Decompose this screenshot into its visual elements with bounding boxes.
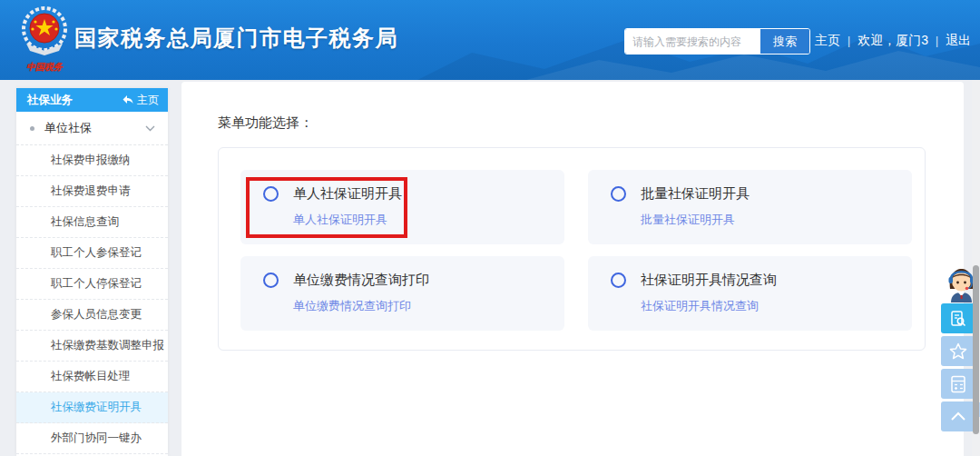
sidebar-item[interactable]: 社保费帐目处理: [16, 362, 168, 392]
bullet-icon: [30, 126, 34, 131]
sidebar-item[interactable]: 社保费退费申请: [16, 176, 168, 207]
header-bar: 中国税务 国家税务总局厦门市电子税务局 搜索 主页 | 欢迎，厦门3 | 退出: [0, 0, 980, 80]
sidebar-item[interactable]: 社保缴费基数调整申报: [16, 331, 168, 362]
favorite-star-button[interactable]: [941, 336, 975, 366]
card-title: 批量社保证明开具: [641, 185, 750, 203]
home-link[interactable]: 主页: [815, 33, 840, 49]
sidebar-item[interactable]: 职工个人参保登记: [16, 238, 168, 269]
radio-button-icon[interactable]: [263, 273, 279, 288]
sidebar-home-link[interactable]: 主页: [122, 93, 159, 108]
nav-separator: |: [936, 35, 938, 47]
sidebar-home-label: 主页: [137, 93, 159, 108]
sidebar-item[interactable]: 社保信息查询: [16, 207, 168, 238]
menu-function-select-label: 菜单功能选择：: [218, 114, 313, 132]
document-search-button[interactable]: [941, 303, 975, 333]
card-unit-payment-query-print[interactable]: 单位缴费情况查询打印 单位缴费情况查询打印: [240, 256, 564, 331]
sidebar-item[interactable]: 社保费申报缴纳: [16, 145, 168, 176]
search-input[interactable]: [625, 29, 760, 54]
card-link[interactable]: 社保证明开具情况查询: [641, 298, 759, 314]
card-link[interactable]: 单位缴费情况查询打印: [293, 298, 411, 314]
chevron-down-icon: [145, 125, 155, 132]
calculator-icon: [950, 375, 966, 393]
radio-button-icon[interactable]: [611, 186, 626, 202]
welcome-user-link[interactable]: 欢迎，厦门3: [858, 33, 928, 49]
radio-button-icon[interactable]: [263, 186, 279, 202]
card-link[interactable]: 单人社保证明开具: [293, 212, 387, 228]
sidebar-social-insurance: 社保业务 主页 单位社保 社保费申报缴纳 社保费退费申请 社保信息查询 职工个人…: [16, 88, 168, 456]
header-search: 搜索: [624, 28, 810, 55]
sidebar-parent-label: 单位社保: [44, 120, 145, 136]
radio-button-icon[interactable]: [611, 273, 626, 288]
floating-toolbar: [941, 303, 975, 431]
tax-bureau-logo: 中国税务: [17, 5, 72, 74]
card-certificate-issue-status-query[interactable]: 社保证明开具情况查询 社保证明开具情况查询: [588, 256, 912, 331]
logout-link[interactable]: 退出: [946, 33, 971, 49]
page-scrollbar-thumb[interactable]: [973, 265, 979, 434]
nav-separator: |: [848, 35, 850, 47]
sidebar-title: 社保业务: [27, 93, 73, 108]
reply-arrow-icon: [122, 95, 133, 104]
page-title: 国家税务总局厦门市电子税务局: [74, 24, 398, 53]
star-icon: [949, 342, 967, 361]
sidebar-item-active[interactable]: 社保缴费证明开具: [16, 392, 168, 423]
tax-emblem-icon: [19, 5, 70, 56]
calculator-button[interactable]: [941, 369, 975, 399]
sidebar-item[interactable]: 职工个人停保登记: [16, 269, 168, 300]
card-title: 单人社保证明开具: [293, 185, 402, 203]
document-search-icon: [949, 310, 967, 328]
card-title: 单位缴费情况查询打印: [293, 272, 429, 289]
sidebar-item[interactable]: 外部门协同一键办: [16, 423, 168, 454]
electronic-tax-bureau-page: 中国税务 国家税务总局厦门市电子税务局 搜索 主页 | 欢迎，厦门3 | 退出 …: [0, 0, 980, 456]
header-nav-links: 主页 | 欢迎，厦门3 | 退出: [815, 33, 967, 49]
back-to-top-button[interactable]: [941, 401, 975, 431]
sidebar-item[interactable]: 参保人员信息变更: [16, 300, 168, 331]
card-title: 社保证明开具情况查询: [641, 272, 777, 289]
sidebar-header: 社保业务 主页: [16, 88, 168, 112]
card-link[interactable]: 批量社保证明开具: [641, 212, 735, 228]
card-batch-social-insurance-certificate[interactable]: 批量社保证明开具 批量社保证明开具: [588, 170, 912, 244]
card-single-social-insurance-certificate[interactable]: 单人社保证明开具 单人社保证明开具: [240, 170, 564, 244]
logo-caption: 中国税务: [17, 61, 72, 74]
search-button[interactable]: 搜索: [760, 29, 809, 54]
sidebar-item-unit-social-insurance[interactable]: 单位社保: [16, 112, 168, 145]
chevron-up-icon: [950, 411, 966, 421]
